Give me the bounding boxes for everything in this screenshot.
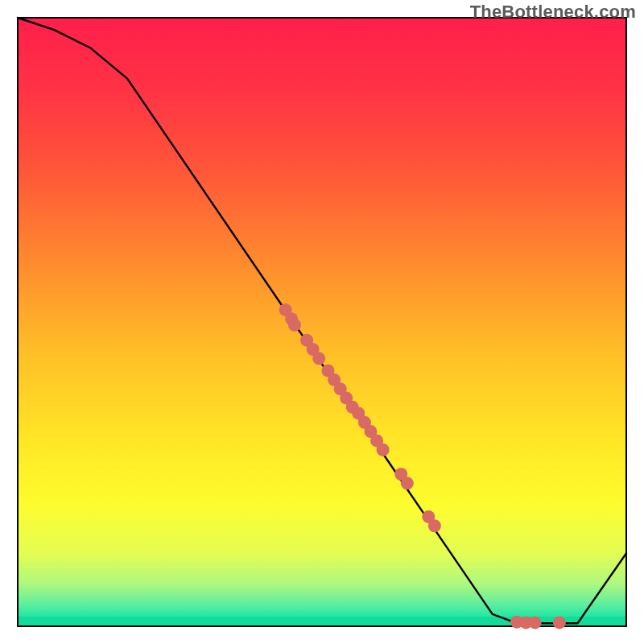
svg-point-8	[312, 352, 325, 365]
svg-point-5	[288, 319, 301, 332]
svg-point-18	[377, 444, 390, 456]
chart-stage: TheBottleneck.com	[0, 0, 644, 644]
svg-point-22	[428, 519, 441, 532]
svg-rect-0	[18, 18, 626, 626]
svg-point-25	[529, 616, 542, 629]
bottleneck-chart	[0, 0, 644, 644]
svg-point-20	[401, 477, 414, 489]
svg-point-26	[553, 616, 566, 629]
watermark-label: TheBottleneck.com	[470, 2, 636, 23]
